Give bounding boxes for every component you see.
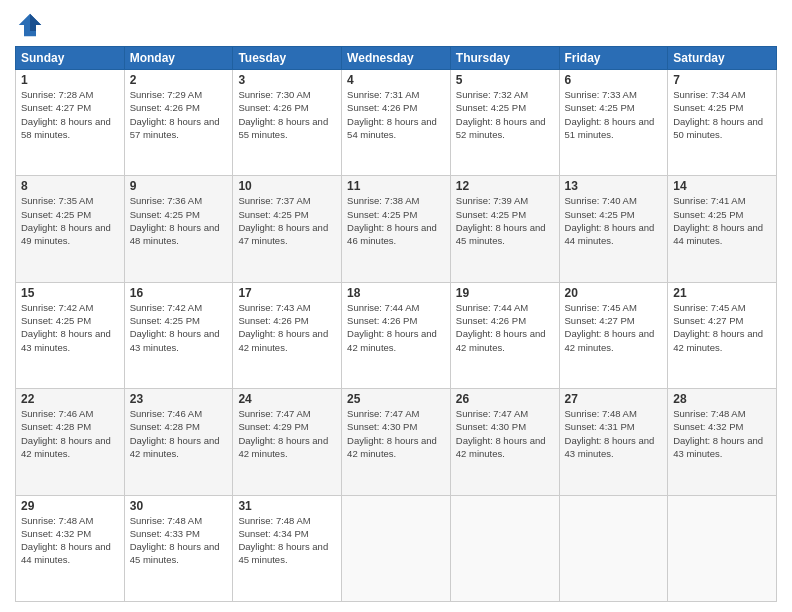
- calendar-row: 22 Sunrise: 7:46 AMSunset: 4:28 PMDaylig…: [16, 389, 777, 495]
- calendar-cell: 13 Sunrise: 7:40 AMSunset: 4:25 PMDaylig…: [559, 176, 668, 282]
- day-info: Sunrise: 7:42 AMSunset: 4:25 PMDaylight:…: [130, 302, 220, 353]
- calendar-header-saturday: Saturday: [668, 47, 777, 70]
- day-info: Sunrise: 7:38 AMSunset: 4:25 PMDaylight:…: [347, 195, 437, 246]
- calendar-cell: [342, 495, 451, 601]
- calendar-header-row: SundayMondayTuesdayWednesdayThursdayFrid…: [16, 47, 777, 70]
- calendar-cell: 23 Sunrise: 7:46 AMSunset: 4:28 PMDaylig…: [124, 389, 233, 495]
- calendar-row: 8 Sunrise: 7:35 AMSunset: 4:25 PMDayligh…: [16, 176, 777, 282]
- day-number: 28: [673, 392, 771, 406]
- calendar-cell: 8 Sunrise: 7:35 AMSunset: 4:25 PMDayligh…: [16, 176, 125, 282]
- calendar-cell: 14 Sunrise: 7:41 AMSunset: 4:25 PMDaylig…: [668, 176, 777, 282]
- calendar-cell: 25 Sunrise: 7:47 AMSunset: 4:30 PMDaylig…: [342, 389, 451, 495]
- calendar-header-monday: Monday: [124, 47, 233, 70]
- day-info: Sunrise: 7:48 AMSunset: 4:33 PMDaylight:…: [130, 515, 220, 566]
- day-info: Sunrise: 7:46 AMSunset: 4:28 PMDaylight:…: [130, 408, 220, 459]
- day-number: 3: [238, 73, 336, 87]
- day-number: 17: [238, 286, 336, 300]
- day-info: Sunrise: 7:44 AMSunset: 4:26 PMDaylight:…: [456, 302, 546, 353]
- day-info: Sunrise: 7:43 AMSunset: 4:26 PMDaylight:…: [238, 302, 328, 353]
- day-info: Sunrise: 7:41 AMSunset: 4:25 PMDaylight:…: [673, 195, 763, 246]
- calendar-cell: 22 Sunrise: 7:46 AMSunset: 4:28 PMDaylig…: [16, 389, 125, 495]
- day-number: 13: [565, 179, 663, 193]
- day-number: 22: [21, 392, 119, 406]
- calendar-cell: 6 Sunrise: 7:33 AMSunset: 4:25 PMDayligh…: [559, 70, 668, 176]
- day-number: 2: [130, 73, 228, 87]
- day-info: Sunrise: 7:40 AMSunset: 4:25 PMDaylight:…: [565, 195, 655, 246]
- calendar-cell: 5 Sunrise: 7:32 AMSunset: 4:25 PMDayligh…: [450, 70, 559, 176]
- day-info: Sunrise: 7:33 AMSunset: 4:25 PMDaylight:…: [565, 89, 655, 140]
- calendar-header-sunday: Sunday: [16, 47, 125, 70]
- calendar-cell: 4 Sunrise: 7:31 AMSunset: 4:26 PMDayligh…: [342, 70, 451, 176]
- calendar-row: 15 Sunrise: 7:42 AMSunset: 4:25 PMDaylig…: [16, 282, 777, 388]
- day-number: 21: [673, 286, 771, 300]
- calendar-cell: 9 Sunrise: 7:36 AMSunset: 4:25 PMDayligh…: [124, 176, 233, 282]
- calendar-cell: 26 Sunrise: 7:47 AMSunset: 4:30 PMDaylig…: [450, 389, 559, 495]
- day-number: 18: [347, 286, 445, 300]
- logo: [15, 10, 49, 40]
- day-info: Sunrise: 7:39 AMSunset: 4:25 PMDaylight:…: [456, 195, 546, 246]
- calendar-cell: 20 Sunrise: 7:45 AMSunset: 4:27 PMDaylig…: [559, 282, 668, 388]
- day-number: 30: [130, 499, 228, 513]
- day-number: 10: [238, 179, 336, 193]
- day-number: 7: [673, 73, 771, 87]
- calendar-cell: 12 Sunrise: 7:39 AMSunset: 4:25 PMDaylig…: [450, 176, 559, 282]
- calendar-cell: 21 Sunrise: 7:45 AMSunset: 4:27 PMDaylig…: [668, 282, 777, 388]
- calendar-cell: 3 Sunrise: 7:30 AMSunset: 4:26 PMDayligh…: [233, 70, 342, 176]
- day-info: Sunrise: 7:48 AMSunset: 4:34 PMDaylight:…: [238, 515, 328, 566]
- day-number: 5: [456, 73, 554, 87]
- day-info: Sunrise: 7:29 AMSunset: 4:26 PMDaylight:…: [130, 89, 220, 140]
- day-info: Sunrise: 7:45 AMSunset: 4:27 PMDaylight:…: [565, 302, 655, 353]
- day-info: Sunrise: 7:44 AMSunset: 4:26 PMDaylight:…: [347, 302, 437, 353]
- calendar-cell: [450, 495, 559, 601]
- day-info: Sunrise: 7:28 AMSunset: 4:27 PMDaylight:…: [21, 89, 111, 140]
- calendar-table: SundayMondayTuesdayWednesdayThursdayFrid…: [15, 46, 777, 602]
- calendar-cell: 30 Sunrise: 7:48 AMSunset: 4:33 PMDaylig…: [124, 495, 233, 601]
- header: [15, 10, 777, 40]
- day-info: Sunrise: 7:36 AMSunset: 4:25 PMDaylight:…: [130, 195, 220, 246]
- day-info: Sunrise: 7:48 AMSunset: 4:32 PMDaylight:…: [21, 515, 111, 566]
- day-number: 15: [21, 286, 119, 300]
- calendar-cell: 31 Sunrise: 7:48 AMSunset: 4:34 PMDaylig…: [233, 495, 342, 601]
- day-info: Sunrise: 7:47 AMSunset: 4:30 PMDaylight:…: [456, 408, 546, 459]
- day-number: 24: [238, 392, 336, 406]
- calendar-cell: 1 Sunrise: 7:28 AMSunset: 4:27 PMDayligh…: [16, 70, 125, 176]
- day-number: 27: [565, 392, 663, 406]
- svg-marker-1: [30, 14, 41, 31]
- calendar-cell: 18 Sunrise: 7:44 AMSunset: 4:26 PMDaylig…: [342, 282, 451, 388]
- day-info: Sunrise: 7:34 AMSunset: 4:25 PMDaylight:…: [673, 89, 763, 140]
- day-number: 31: [238, 499, 336, 513]
- calendar-cell: 29 Sunrise: 7:48 AMSunset: 4:32 PMDaylig…: [16, 495, 125, 601]
- day-number: 20: [565, 286, 663, 300]
- calendar-cell: 24 Sunrise: 7:47 AMSunset: 4:29 PMDaylig…: [233, 389, 342, 495]
- calendar-row: 29 Sunrise: 7:48 AMSunset: 4:32 PMDaylig…: [16, 495, 777, 601]
- day-number: 12: [456, 179, 554, 193]
- calendar-cell: [559, 495, 668, 601]
- calendar-header-tuesday: Tuesday: [233, 47, 342, 70]
- day-info: Sunrise: 7:42 AMSunset: 4:25 PMDaylight:…: [21, 302, 111, 353]
- calendar-row: 1 Sunrise: 7:28 AMSunset: 4:27 PMDayligh…: [16, 70, 777, 176]
- day-number: 16: [130, 286, 228, 300]
- calendar-header-wednesday: Wednesday: [342, 47, 451, 70]
- calendar-header-friday: Friday: [559, 47, 668, 70]
- day-info: Sunrise: 7:46 AMSunset: 4:28 PMDaylight:…: [21, 408, 111, 459]
- day-info: Sunrise: 7:32 AMSunset: 4:25 PMDaylight:…: [456, 89, 546, 140]
- calendar-cell: 27 Sunrise: 7:48 AMSunset: 4:31 PMDaylig…: [559, 389, 668, 495]
- day-number: 25: [347, 392, 445, 406]
- calendar-cell: 19 Sunrise: 7:44 AMSunset: 4:26 PMDaylig…: [450, 282, 559, 388]
- page: SundayMondayTuesdayWednesdayThursdayFrid…: [0, 0, 792, 612]
- calendar-cell: 17 Sunrise: 7:43 AMSunset: 4:26 PMDaylig…: [233, 282, 342, 388]
- calendar-cell: 15 Sunrise: 7:42 AMSunset: 4:25 PMDaylig…: [16, 282, 125, 388]
- calendar-cell: 11 Sunrise: 7:38 AMSunset: 4:25 PMDaylig…: [342, 176, 451, 282]
- calendar-cell: 2 Sunrise: 7:29 AMSunset: 4:26 PMDayligh…: [124, 70, 233, 176]
- day-number: 1: [21, 73, 119, 87]
- day-number: 6: [565, 73, 663, 87]
- day-info: Sunrise: 7:31 AMSunset: 4:26 PMDaylight:…: [347, 89, 437, 140]
- calendar-cell: 28 Sunrise: 7:48 AMSunset: 4:32 PMDaylig…: [668, 389, 777, 495]
- day-number: 23: [130, 392, 228, 406]
- calendar-header-thursday: Thursday: [450, 47, 559, 70]
- day-number: 9: [130, 179, 228, 193]
- day-info: Sunrise: 7:30 AMSunset: 4:26 PMDaylight:…: [238, 89, 328, 140]
- day-number: 14: [673, 179, 771, 193]
- day-info: Sunrise: 7:48 AMSunset: 4:32 PMDaylight:…: [673, 408, 763, 459]
- day-number: 29: [21, 499, 119, 513]
